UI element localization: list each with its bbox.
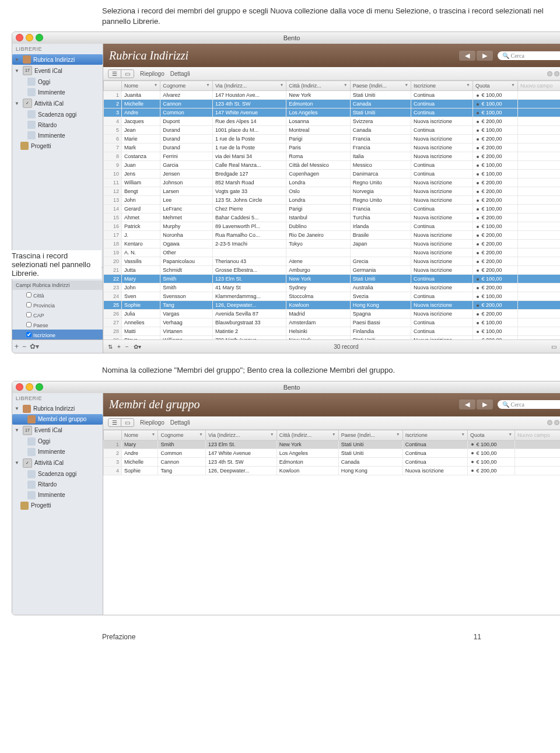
field-checkbox[interactable]	[26, 332, 32, 337]
table-row[interactable]: 4JacquesDupontRue des Alpes 14LosannaSvi…	[104, 117, 561, 126]
field-item[interactable]: Provincia	[12, 300, 103, 310]
table-row[interactable]: 18KentaroOgawa2-23-5 ImachiTokyoJapanNuo…	[104, 240, 561, 248]
column-header[interactable]: Città (Indiriz...▼	[276, 430, 338, 440]
disclosure-triangle-icon[interactable]: ▼	[15, 68, 20, 73]
field-checkbox[interactable]	[26, 292, 32, 297]
table-row[interactable]: 1MarySmith123 Elm St.New YorkStati Uniti…	[104, 440, 561, 449]
column-header[interactable]: Cognome▼	[158, 430, 206, 440]
sidebar-item[interactable]: Imminente	[12, 87, 103, 97]
sidebar-item[interactable]: Ritardo	[12, 479, 103, 490]
sidebar-item[interactable]: Imminente	[12, 130, 103, 141]
sidebar-item[interactable]: Progetti	[12, 141, 103, 151]
sidebar-item[interactable]: ▼✓Attività iCal	[12, 97, 103, 109]
table-row[interactable]: 2MichelleCannon123 4th St. SWEdmontonCan…	[104, 100, 561, 108]
data-grid[interactable]: Nome▼Cognome▼Via (Indirizz...▼Città (Ind…	[103, 430, 560, 615]
remove-field-icon[interactable]: −	[22, 342, 26, 351]
table-row[interactable]: 3MichelleCannon123 4th St. SWEdmontonCan…	[104, 457, 561, 466]
tab[interactable]: Dettagli	[170, 419, 190, 426]
table-row[interactable]: 19A. N.OtherNuova iscrizione € 200,00	[104, 248, 561, 257]
sort-icon[interactable]: ⇅	[108, 344, 113, 350]
field-item[interactable]: CAP	[12, 310, 103, 320]
field-item[interactable]: Città	[12, 290, 103, 300]
tab[interactable]: Riepilogo	[140, 419, 164, 426]
table-row[interactable]: 9JuanGarciaCalle Real Manza...Città del …	[104, 161, 561, 170]
column-header[interactable]: Via (Indirizz...▼	[213, 81, 286, 91]
table-row[interactable]: 21JuttaSchmidtGrosse Elbestra...AmburgoG…	[104, 266, 561, 275]
sidebar-item[interactable]: Ritardo	[12, 120, 103, 130]
table-row[interactable]: 4SophieTang126, Deepwater...KowloonHong …	[104, 466, 561, 475]
remove-record-icon[interactable]: −	[125, 344, 129, 350]
minimize-icon[interactable]	[26, 34, 33, 41]
column-header[interactable]: Nome▼	[122, 81, 160, 91]
table-row[interactable]: 1JuanitaAlvarez147 Houston Ave...New Yor…	[104, 91, 561, 100]
table-row[interactable]: 25SophieTang126, Deepwater...KowloonHong…	[104, 301, 561, 310]
data-grid[interactable]: Nome▼Cognome▼Via (Indirizz...▼Città (Ind…	[103, 80, 560, 339]
close-icon[interactable]	[16, 383, 23, 391]
nav-prev-icon[interactable]: ◀	[459, 400, 475, 409]
nav-next-icon[interactable]: ▶	[477, 400, 493, 409]
table-row[interactable]: 22MarySmith123 Elm St.New YorkStati Unit…	[104, 275, 561, 283]
form-dots[interactable]	[547, 71, 560, 76]
sidebar-item[interactable]: Oggi	[12, 436, 103, 447]
table-row[interactable]: 20VassilisPapanicolaouTherianou 43AteneG…	[104, 257, 561, 266]
table-row[interactable]: 16PatrickMurphy89 Lavenworth Pl...Dublin…	[104, 222, 561, 231]
sidebar-item[interactable]: Imminente	[12, 490, 103, 500]
table-row[interactable]: 26JuliaVargasAvenida Sevilla 87MadridSpa…	[104, 310, 561, 318]
form-view-icon[interactable]: ▭	[551, 344, 556, 350]
sidebar-item[interactable]: Progetti	[12, 500, 103, 511]
table-row[interactable]: 23JohnSmith41 Mary StSydneyAustraliaNuov…	[104, 283, 561, 292]
table-row[interactable]: 13JohnLee123 St. Johns CircleLondraRegno…	[104, 196, 561, 205]
zoom-icon[interactable]	[36, 34, 43, 41]
tab[interactable]: Dettagli	[170, 71, 190, 77]
column-header[interactable]: Paese (Indiri...▼	[338, 430, 402, 440]
field-checkbox[interactable]	[26, 322, 32, 327]
sidebar-item[interactable]: Membri del gruppo	[12, 414, 103, 425]
column-header[interactable]: Città (Indiriz...▼	[286, 81, 350, 91]
field-item[interactable]: Paese	[12, 320, 103, 330]
table-row[interactable]: 8CostanzaFerrinivia dei Marsi 34RomaItal…	[104, 152, 561, 161]
search-input[interactable]: 🔍 Cerca	[498, 51, 560, 60]
table-row[interactable]: 6MarieDurand1 rue de la PosteParigiFranc…	[104, 135, 561, 143]
close-icon[interactable]	[16, 34, 23, 41]
field-checkbox[interactable]	[26, 312, 32, 317]
sidebar-item[interactable]: Scadenza oggi	[12, 469, 103, 479]
tab[interactable]: Riepilogo	[140, 71, 164, 77]
disclosure-triangle-icon[interactable]: ▼	[15, 57, 20, 62]
add-record-icon[interactable]: +	[117, 344, 121, 350]
table-row[interactable]: 14GerardLeFrancChez PierreParigiFranciaC…	[104, 205, 561, 213]
disclosure-triangle-icon[interactable]: ▼	[15, 428, 20, 433]
disclosure-triangle-icon[interactable]: ▼	[15, 406, 20, 411]
minimize-icon[interactable]	[26, 383, 33, 391]
sidebar-item[interactable]: ▼✓Attività iCal	[12, 457, 103, 469]
field-item[interactable]: Iscrizione	[12, 330, 103, 339]
gear-icon[interactable]: ✿▾	[134, 344, 141, 350]
nav-next-icon[interactable]: ▶	[477, 51, 493, 61]
form-dots[interactable]	[547, 420, 560, 425]
table-row[interactable]: 28MattiVirtanenMatintie 2HelsinkiFinland…	[104, 327, 561, 336]
column-header[interactable]: Iscrizione▼	[402, 430, 467, 440]
column-header[interactable]: Paese (Indiri...▼	[350, 81, 411, 91]
search-input[interactable]: 🔍 Cerca	[498, 400, 560, 409]
view-mode-segment[interactable]: ☰▭	[108, 69, 134, 78]
sidebar-item[interactable]: Oggi	[12, 76, 103, 87]
column-header[interactable]: Cognome▼	[160, 81, 213, 91]
add-field-icon[interactable]: +	[15, 342, 19, 351]
sidebar-item[interactable]: ▼Rubrica Indirizzi	[12, 54, 103, 65]
column-header[interactable]: Iscrizione▼	[411, 81, 473, 91]
disclosure-triangle-icon[interactable]: ▼	[15, 460, 20, 465]
table-row[interactable]: 7MarkDurand1 rue de la PosteParisFrancia…	[104, 143, 561, 152]
sidebar-item[interactable]: ▼17Eventi iCal	[12, 425, 103, 436]
table-row[interactable]: 24SvenSvenssonKlammerdammsg...StoccolmaS…	[104, 292, 561, 301]
table-row[interactable]: 2AndreCommon147 White AvenueLos AngelesS…	[104, 449, 561, 457]
sidebar-item[interactable]: Scadenza oggi	[12, 109, 103, 120]
table-row[interactable]: 10JensJensenBredgade 127CopenhagenDanima…	[104, 170, 561, 178]
sidebar-item[interactable]: ▼Rubrica Indirizzi	[12, 404, 103, 414]
new-field-column[interactable]: Nuovo campo	[515, 430, 560, 440]
table-row[interactable]: 5JeanDurand1001 place du M...MontrealCan…	[104, 126, 561, 135]
column-header[interactable]: Nome▼	[122, 430, 158, 440]
table-row[interactable]: 27AnneliesVerhaagBlauwburgstraat 33Amste…	[104, 318, 561, 327]
field-gear-icon[interactable]: ✿▾	[30, 342, 39, 351]
table-row[interactable]: 3AndreCommon147 White AvenueLos AngelesS…	[104, 108, 561, 117]
column-header[interactable]: Via (Indirizz...▼	[206, 430, 277, 440]
zoom-icon[interactable]	[36, 383, 43, 391]
